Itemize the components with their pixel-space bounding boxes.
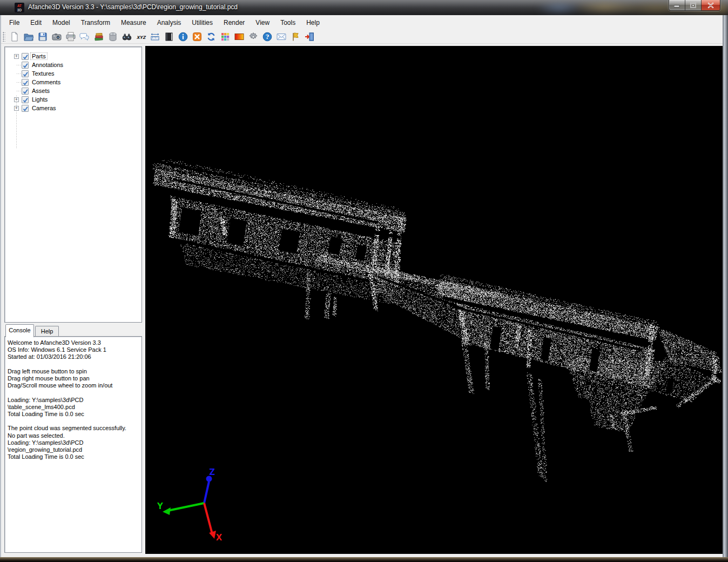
app-icon-text-bottom: 3D <box>15 8 24 12</box>
console-panel: Welcome to Afanche3D Version 3.3 OS Info… <box>4 336 142 553</box>
minimize-icon <box>674 3 680 8</box>
comments-icon <box>79 31 90 42</box>
console-log-text: Welcome to Afanche3D Version 3.3 OS Info… <box>8 339 139 460</box>
tree-row-assets: Assets <box>5 86 141 95</box>
email-button[interactable] <box>274 30 288 43</box>
color-gradient-button[interactable] <box>232 30 246 43</box>
flag-button[interactable] <box>288 30 302 43</box>
menu-tools[interactable]: Tools <box>275 16 301 30</box>
tree-branch-line <box>17 82 21 83</box>
tree-row-textures: Textures <box>5 69 141 78</box>
find-button[interactable] <box>120 30 134 43</box>
checkbox-comments[interactable] <box>22 79 29 86</box>
window-frame-right <box>723 15 728 557</box>
find-icon <box>122 31 132 42</box>
dark-panel-button[interactable] <box>162 30 176 43</box>
tree-branch-line <box>17 73 21 74</box>
snapshot-icon <box>51 31 62 42</box>
check-icon <box>22 71 29 78</box>
checkbox-cameras[interactable] <box>22 105 29 112</box>
checkbox-parts[interactable] <box>22 53 29 60</box>
tab-console-label: Console <box>9 327 30 333</box>
minimize-button[interactable] <box>669 0 685 10</box>
refresh-icon <box>206 31 217 42</box>
measure-button[interactable] <box>148 30 162 43</box>
menu-analysis[interactable]: Analysis <box>152 16 187 30</box>
info-button[interactable] <box>176 30 190 43</box>
menu-view[interactable]: View <box>250 16 275 30</box>
menubar: FileEditModelTransformMeasureAnalysisUti… <box>1 16 727 30</box>
menu-transform[interactable]: Transform <box>76 16 116 30</box>
close-icon <box>707 3 714 8</box>
exit-icon <box>304 31 315 42</box>
tree-label-cameras[interactable]: Cameras <box>31 105 57 111</box>
checkbox-annotations[interactable] <box>22 62 29 69</box>
tree-branch-line <box>17 91 21 91</box>
menu-measure[interactable]: Measure <box>116 16 152 30</box>
menu-render[interactable]: Render <box>218 16 250 30</box>
expand-icon[interactable]: + <box>14 97 19 102</box>
xyz-button[interactable]: XYZ <box>134 30 148 43</box>
check-icon <box>22 79 29 86</box>
print-icon <box>65 31 76 42</box>
tab-help-label: Help <box>41 328 53 334</box>
checkbox-textures[interactable] <box>22 70 29 77</box>
settings-icon <box>248 31 259 42</box>
check-icon <box>22 53 29 61</box>
window-frame-left <box>0 15 1 557</box>
menu-edit[interactable]: Edit <box>25 16 47 30</box>
check-icon <box>22 105 29 112</box>
tab-help[interactable]: Help <box>35 326 59 337</box>
tree-label-assets[interactable]: Assets <box>31 88 51 94</box>
delete-button[interactable] <box>190 30 204 43</box>
tree-label-comments[interactable]: Comments <box>31 79 62 85</box>
info-icon <box>178 31 188 42</box>
cylinder-button[interactable] <box>106 30 120 43</box>
check-icon <box>22 88 29 95</box>
comments-button[interactable] <box>78 30 92 43</box>
maximize-button[interactable] <box>685 0 702 10</box>
delete-icon <box>192 31 203 42</box>
save-button[interactable] <box>36 30 50 43</box>
viewport-3d[interactable]: Z Y X <box>145 46 723 554</box>
titlebar: AT 3D Afanche3D Version 3.3 - Y:\samples… <box>0 0 728 15</box>
app-icon-text-top: AT <box>17 4 22 8</box>
help-button[interactable]: ? <box>260 30 274 43</box>
tree-branch-line <box>17 65 21 65</box>
tree-label-parts[interactable]: Parts <box>31 53 47 59</box>
tree-row-cameras: +Cameras <box>5 104 141 112</box>
books-button[interactable] <box>92 30 106 43</box>
menu-help[interactable]: Help <box>301 16 325 30</box>
expand-icon[interactable]: + <box>14 54 19 59</box>
open-folder-icon <box>23 31 34 42</box>
tree-row-comments: Comments <box>5 78 141 86</box>
bottom-tab-strip: Console Help <box>4 324 142 337</box>
tree-label-lights[interactable]: Lights <box>31 96 49 103</box>
print-button[interactable] <box>64 30 78 43</box>
toolbar-gripper[interactable] <box>3 32 5 42</box>
open-folder-button[interactable] <box>22 30 36 43</box>
checkbox-assets[interactable] <box>22 88 29 95</box>
menu-model[interactable]: Model <box>47 16 76 30</box>
settings-button[interactable] <box>246 30 260 43</box>
exit-button[interactable] <box>302 30 316 43</box>
tab-console[interactable]: Console <box>5 324 34 337</box>
expand-icon[interactable]: + <box>14 106 19 111</box>
tree-label-annotations[interactable]: Annotations <box>31 62 64 68</box>
snapshot-button[interactable] <box>50 30 64 43</box>
checkbox-lights[interactable] <box>22 96 29 103</box>
window-controls <box>669 0 720 11</box>
palette-button[interactable] <box>218 30 232 43</box>
cylinder-icon <box>107 31 118 42</box>
app-icon: AT 3D <box>15 3 24 12</box>
flag-icon <box>290 31 301 42</box>
check-icon <box>22 62 29 69</box>
tree-label-textures[interactable]: Textures <box>31 70 56 77</box>
point-cloud-canvas[interactable] <box>145 46 723 554</box>
tree-row-lights: +Lights <box>5 95 141 104</box>
menu-utilities[interactable]: Utilities <box>186 16 218 30</box>
refresh-button[interactable] <box>204 30 218 43</box>
menu-file[interactable]: File <box>4 16 25 30</box>
close-button[interactable] <box>702 0 720 10</box>
new-file-button[interactable] <box>8 30 22 43</box>
